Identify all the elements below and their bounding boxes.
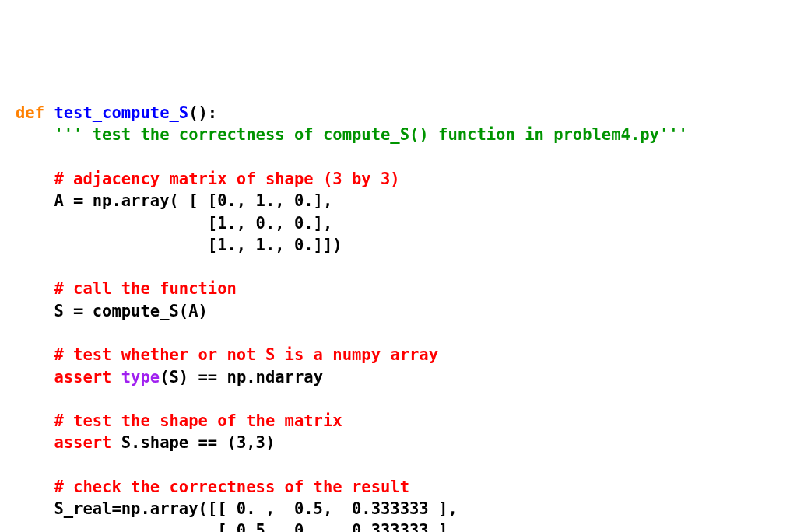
def-tail: (): [188,103,217,122]
comment-numpy-test: # test whether or not S is a numpy array [54,345,438,364]
function-name: test_compute_S [54,103,188,122]
indent [16,214,54,233]
array-line-3: [1., 1., 0.]]) [54,236,342,254]
comment-call: # call the function [54,279,237,298]
comment-shape: # test the shape of the matrix [54,411,342,430]
indent [16,191,54,210]
indent [16,521,54,532]
indent [16,236,54,254]
docstring: ''' test the correctness of compute_S() … [54,125,688,144]
keyword-assert: assert [54,433,111,452]
type-tail: (S) == np.ndarray [160,368,323,387]
array-line-2: [1., 0., 0.], [54,214,332,233]
indent [16,499,54,518]
space [111,368,121,387]
space [44,103,54,122]
indent [16,345,54,364]
indent [16,302,54,320]
builtin-type: type [121,368,160,387]
shape-tail: S.shape == (3,3) [111,433,275,452]
array-line-1: A = np.array( [ [0., 1., 0.], [54,191,332,210]
indent [16,170,54,188]
call-line: S = compute_S(A) [54,302,207,320]
sreal-line-2: [ 0.5, 0. , 0.333333 ], [54,521,457,532]
indent [16,125,54,144]
sreal-line-1: S_real=np.array([[ 0. , 0.5, 0.333333 ], [54,499,457,518]
indent [16,279,54,298]
indent [16,411,54,430]
comment-adjacency: # adjacency matrix of shape (3 by 3) [54,170,399,188]
keyword-def: def [16,103,44,122]
code-block: def test_compute_S(): ''' test the corre… [16,102,781,532]
comment-result: # check the correctness of the result [54,478,409,496]
keyword-assert: assert [54,368,111,387]
indent [16,433,54,452]
indent [16,368,54,387]
indent [16,478,54,496]
